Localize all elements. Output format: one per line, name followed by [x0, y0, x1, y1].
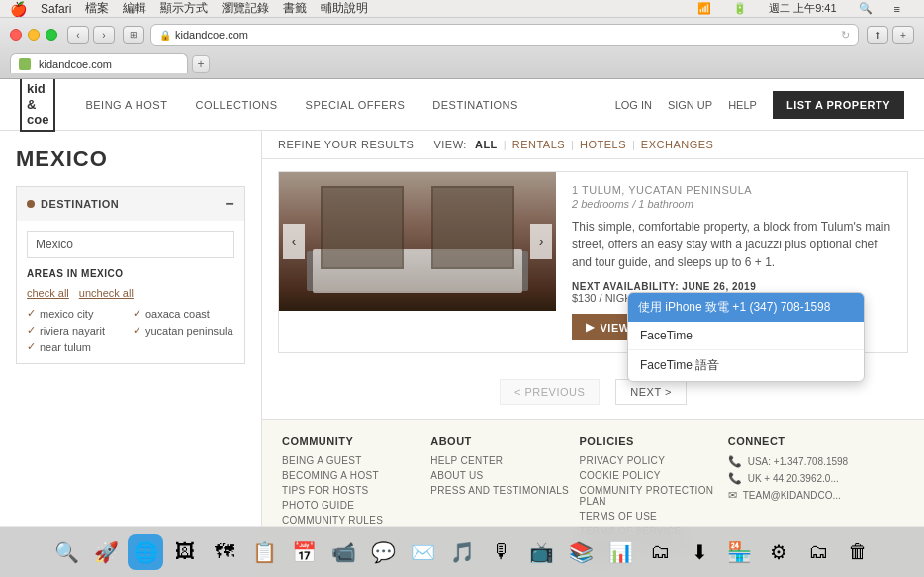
mac-status-bar: 📶 🔋 週二 上午9:41 🔍 ≡ — [697, 1, 914, 16]
back-button[interactable]: ‹ — [67, 26, 89, 44]
checkbox-oaxaca[interactable]: ✓ oaxaca coast — [133, 307, 234, 320]
facetime-audio-option[interactable]: FaceTime 語音 — [628, 350, 864, 381]
destination-input[interactable] — [27, 231, 234, 258]
email-contact[interactable]: ✉ TEAM@KIDANDCO... — [728, 489, 894, 502]
property-description: This simple, comfortable property, a blo… — [572, 218, 891, 271]
browser-action-buttons[interactable]: ⬆ + — [867, 26, 914, 44]
dock-photos[interactable]: 🖼 — [167, 534, 203, 570]
apple-menu[interactable]: 🍎 — [10, 1, 27, 17]
check-all-link[interactable]: check all — [27, 287, 69, 299]
refresh-button[interactable]: ↻ — [841, 29, 850, 42]
image-next-button[interactable]: › — [530, 224, 552, 259]
forward-button[interactable]: › — [93, 26, 115, 44]
footer-help-center[interactable]: HELP CENTER — [430, 455, 569, 466]
nav-help[interactable]: HELP — [728, 99, 757, 111]
edit-menu[interactable]: 編輯 — [123, 0, 146, 17]
sidebar: MEXICO DESTINATION − AREAS IN MEXICO che… — [0, 131, 262, 577]
dock-itunes[interactable]: 🎵 — [444, 534, 480, 570]
checkbox-tulum[interactable]: ✓ near tulum — [27, 340, 129, 353]
safari-menu[interactable]: Safari — [41, 2, 71, 16]
property-photo — [279, 172, 556, 311]
address-bar[interactable]: 🔒 kidandcoe.com ↻ — [150, 24, 859, 46]
view-menu[interactable]: 顯示方式 — [160, 0, 208, 17]
bookmark-button[interactable]: + — [892, 26, 914, 44]
window-controls[interactable] — [10, 29, 57, 41]
dock-finder2[interactable]: 🗂 — [800, 534, 836, 570]
footer-cookie[interactable]: COOKIE POLICY — [579, 470, 717, 481]
nav-collections[interactable]: COLLECTIONS — [195, 99, 277, 111]
maximize-button[interactable] — [46, 29, 57, 41]
property-availability: NEXT AVAILABILITY: JUNE 26, 2019 — [572, 281, 891, 292]
footer-being-guest[interactable]: BEING A GUEST — [282, 455, 420, 466]
active-tab[interactable]: kidandcoe.com — [10, 53, 188, 73]
next-page-button[interactable]: NEXT > — [615, 379, 687, 405]
footer-about-us[interactable]: ABOUT US — [430, 470, 569, 481]
dock-trash[interactable]: 🗑 — [840, 534, 876, 570]
checkbox-mexico-city[interactable]: ✓ mexico city — [27, 307, 129, 320]
nav-destinations[interactable]: DESTINATIONS — [432, 99, 517, 111]
ssl-lock-icon: 🔒 — [159, 30, 171, 41]
footer-community-protection[interactable]: COMMUNITY PROTECTION PLAN — [579, 485, 717, 507]
dock-launchpad[interactable]: 🚀 — [88, 534, 124, 570]
view-options: ALL | RENTALS | HOTELS | EXCHANGES — [475, 139, 713, 150]
dock-numbers[interactable]: 📊 — [602, 534, 638, 570]
footer-community-rules[interactable]: COMMUNITY RULES — [282, 515, 420, 526]
uk-phone[interactable]: 📞 UK + 44.20.3962.0... — [728, 472, 894, 485]
dock-messages[interactable]: 💬 — [365, 534, 401, 570]
usa-phone[interactable]: 📞 USA: +1.347.708.1598 — [728, 455, 894, 468]
browser-nav-buttons[interactable]: ‹ › — [67, 26, 115, 44]
dock-maps[interactable]: 🗺 — [207, 534, 242, 570]
checkbox-riviera[interactable]: ✓ riviera nayarit — [27, 324, 129, 337]
uncheck-all-link[interactable]: uncheck all — [79, 287, 134, 299]
dock-mail[interactable]: ✉️ — [405, 534, 440, 570]
checkbox-yucatan[interactable]: ✓ yucatan peninsula — [133, 324, 234, 337]
list-property-button[interactable]: LIST A PROPERTY — [773, 91, 904, 119]
control-center-icon[interactable]: ≡ — [894, 3, 900, 15]
minimize-button[interactable] — [28, 29, 40, 41]
share-button[interactable]: ⬆ — [867, 26, 888, 44]
nav-special-offers[interactable]: SPECIAL OFFERS — [306, 99, 406, 111]
dock-facetime[interactable]: 📹 — [325, 534, 361, 570]
facetime-option[interactable]: FaceTime — [628, 322, 864, 350]
dock-podcasts[interactable]: 🎙 — [484, 534, 519, 570]
tab-view-button[interactable]: ⊞ — [123, 26, 144, 44]
dock-tv[interactable]: 📺 — [523, 534, 559, 570]
file-menu[interactable]: 檔案 — [85, 0, 109, 17]
help-menu[interactable]: 輔助說明 — [321, 0, 368, 17]
policies-title: POLICIES — [579, 435, 717, 447]
nav-sign-up[interactable]: SIGN UP — [668, 99, 712, 111]
url-display[interactable]: kidandcoe.com — [175, 29, 248, 41]
tab-favicon — [19, 58, 31, 70]
footer-becoming-host[interactable]: BECOMING A HOST — [282, 470, 420, 481]
dock-notes[interactable]: 📋 — [246, 534, 282, 570]
view-all[interactable]: ALL — [475, 139, 498, 150]
footer-tips-hosts[interactable]: TIPS FOR HOSTS — [282, 485, 420, 496]
image-prev-button[interactable]: ‹ — [283, 224, 305, 259]
close-button[interactable] — [10, 29, 22, 41]
nav-being-a-host[interactable]: BEING A HOST — [85, 99, 167, 111]
dock-books[interactable]: 📚 — [563, 534, 599, 570]
history-menu[interactable]: 瀏覽記錄 — [222, 0, 269, 17]
destination-filter-header[interactable]: DESTINATION − — [17, 187, 244, 221]
footer-privacy[interactable]: PRIVACY POLICY — [579, 455, 717, 466]
site-logo[interactable]: kid & coe — [20, 79, 55, 132]
dock-preferences[interactable]: ⚙ — [761, 534, 796, 570]
footer-press[interactable]: PRESS AND TESTIMONIALS — [430, 485, 569, 496]
nav-log-in[interactable]: LOG IN — [615, 99, 652, 111]
dock-appstore[interactable]: 🏪 — [721, 534, 757, 570]
search-icon[interactable]: 🔍 — [859, 2, 873, 15]
prev-page-button[interactable]: < PREVIOUS — [500, 379, 600, 405]
dock-files[interactable]: 🗂 — [642, 534, 678, 570]
dock-calendar[interactable]: 📅 — [286, 534, 322, 570]
footer-photo-guide[interactable]: PHOTO GUIDE — [282, 500, 420, 511]
collapse-icon[interactable]: − — [225, 195, 234, 213]
bookmarks-menu[interactable]: 書籤 — [283, 0, 307, 17]
footer-terms-use[interactable]: TERMS OF USE — [579, 511, 717, 522]
view-rentals[interactable]: RENTALS — [512, 139, 565, 150]
new-tab-button[interactable]: + — [192, 55, 210, 73]
dock-downloads[interactable]: ⬇ — [682, 534, 717, 570]
dock-safari[interactable]: 🌐 — [128, 534, 163, 570]
view-hotels[interactable]: HOTELS — [580, 139, 626, 150]
dock-finder[interactable]: 🔍 — [48, 534, 84, 570]
view-exchanges[interactable]: EXCHANGES — [641, 139, 714, 150]
